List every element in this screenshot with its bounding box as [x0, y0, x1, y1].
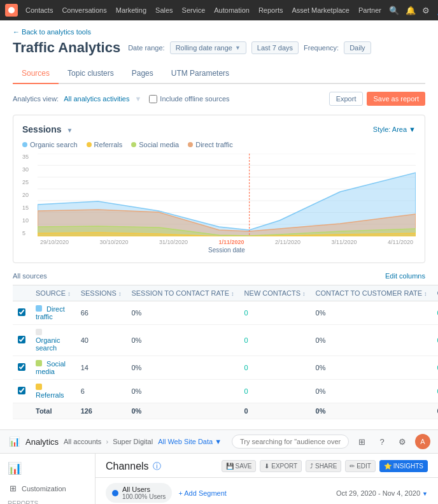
export-button-ga[interactable]: ⬇ EXPORT: [260, 460, 302, 472]
notifications-icon[interactable]: 🔔: [406, 6, 416, 15]
row-customers: 0: [432, 325, 438, 356]
back-to-analytics-link[interactable]: Back to analytics tools: [13, 28, 425, 36]
offline-sources-checkbox-label[interactable]: Include offline sources: [149, 95, 229, 103]
ga-header-actions: 💾 SAVE ⬇ EXPORT ⤴ SHARE ✏ EDIT ⭐ INSIGHT…: [222, 460, 428, 472]
legend-dot-organic: [22, 142, 27, 147]
source-color-indicator: [36, 360, 42, 366]
nav-partner[interactable]: Partner: [358, 6, 381, 14]
th-new-contacts[interactable]: NEW CONTACTS ↕: [239, 285, 311, 301]
segment-bar: All Users 100.00% Users + Add Segment Oc…: [95, 478, 438, 504]
row-checkbox-cell: [13, 301, 31, 325]
row-contact-customer: 0%: [311, 356, 432, 380]
row-new-contacts: 0: [239, 356, 311, 380]
ga-help-icon[interactable]: ?: [374, 434, 390, 449]
ga-logo: 📊: [8, 435, 20, 448]
edit-button[interactable]: ✏ EDIT: [345, 460, 376, 472]
save-button[interactable]: 💾 SAVE: [222, 460, 257, 472]
caret-icon: ▼: [66, 127, 73, 134]
dropdown-arrow-icon: ▼: [235, 45, 241, 51]
nav-service[interactable]: Service: [182, 6, 206, 14]
date-range-label: Date range:: [128, 44, 164, 52]
offline-sources-checkbox[interactable]: [149, 95, 157, 103]
nav-home[interactable]: ⊞ Customization: [0, 480, 95, 496]
nav-conversations[interactable]: Conversations: [62, 6, 106, 14]
chart-title[interactable]: Sessions ▼: [22, 124, 73, 134]
th-session-contact[interactable]: SESSION TO CONTACT RATE ↕: [126, 285, 239, 301]
edit-columns-button[interactable]: Edit columns: [385, 272, 425, 280]
info-icon[interactable]: ⓘ: [153, 461, 161, 472]
ga-sidebar-logo: 📊: [0, 459, 95, 480]
ga-main-header: Channels ⓘ 💾 SAVE ⬇ EXPORT ⤴ SHARE ✏ EDI…: [95, 454, 438, 478]
source-color-indicator: [36, 305, 42, 312]
nav-automation[interactable]: Automation: [214, 6, 250, 14]
top-navigation: Contacts Conversations Marketing Sales S…: [0, 0, 438, 20]
ga-search-input[interactable]: [232, 435, 349, 449]
tab-sources[interactable]: Sources: [13, 65, 59, 84]
save-as-report-button[interactable]: Save as report: [367, 92, 425, 106]
chart-x-labels: 29/10/2020 30/10/2020 31/10/2020 1/11/20…: [38, 239, 416, 245]
export-button[interactable]: Export: [329, 92, 364, 106]
total-new-contacts: 0: [239, 403, 311, 419]
row-customers: 0: [432, 356, 438, 380]
th-sessions[interactable]: SESSIONS ↕: [76, 285, 127, 301]
ga-breadcrumb: All accounts › Super Digital: [64, 438, 153, 445]
nav-sales[interactable]: Sales: [155, 6, 173, 14]
nav-contacts[interactable]: Contacts: [25, 6, 53, 14]
hubspot-logo[interactable]: [5, 4, 18, 17]
svg-point-0: [8, 7, 15, 13]
ga-user-avatar[interactable]: A: [415, 434, 430, 449]
tab-pages[interactable]: Pages: [123, 65, 162, 84]
analytics-view-value[interactable]: All analytics activities: [64, 95, 129, 103]
nav-marketing[interactable]: Marketing: [116, 6, 146, 14]
search-icon[interactable]: 🔍: [389, 6, 399, 15]
row-session-contact: 0%: [126, 301, 239, 325]
add-segment-button[interactable]: + Add Segment: [178, 489, 227, 497]
chart-y-labels: 35 30 25 20 15 10 5: [22, 154, 35, 236]
row-checkbox[interactable]: [18, 308, 25, 316]
nav-reports[interactable]: Reports: [258, 6, 283, 14]
ga-grid-icon[interactable]: ⊞: [354, 434, 369, 449]
row-source: Direct traffic: [31, 301, 76, 325]
row-source: Organic search: [31, 325, 76, 356]
source-link[interactable]: Organic search: [36, 336, 60, 352]
insights-button[interactable]: ⭐ INSIGHTS: [379, 460, 428, 472]
breadcrumb-all-accounts[interactable]: All accounts: [64, 438, 101, 445]
settings-icon[interactable]: ⚙: [422, 6, 430, 15]
row-new-contacts: 0: [239, 325, 311, 356]
row-checkbox[interactable]: [18, 336, 25, 343]
frequency-button[interactable]: Daily: [344, 41, 371, 54]
row-contact-customer: 0%: [311, 325, 432, 356]
all-users-segment[interactable]: All Users 100.00% Users: [106, 483, 172, 503]
chart-area: [38, 154, 416, 236]
row-customers: 0: [432, 380, 438, 403]
legend-social: Social media: [131, 141, 179, 148]
row-contact-customer: 0%: [311, 380, 432, 403]
date-range-button[interactable]: Rolling date range ▼: [170, 41, 246, 54]
nav-asset-marketplace[interactable]: Asset Marketplace: [292, 6, 349, 14]
total-customers: 0: [432, 403, 438, 419]
row-session-contact: 0%: [126, 380, 239, 403]
th-customers[interactable]: CUSTOMERS ↕: [432, 285, 438, 301]
analytics-toolbar: Analytics view: All analytics activities…: [13, 92, 425, 106]
date-range-display[interactable]: Oct 29, 2020 - Nov 4, 2020 ▼: [336, 489, 428, 497]
ga-settings-icon[interactable]: ⚙: [395, 434, 410, 449]
property-select[interactable]: All Web Site Data ▼: [158, 438, 222, 445]
row-checkbox[interactable]: [18, 387, 25, 394]
toolbar-right-buttons: Export Save as report: [329, 92, 425, 106]
header-controls: Date range: Rolling date range ▼ Last 7 …: [128, 41, 371, 54]
th-contact-customer[interactable]: CONTACT TO CUSTOMER RATE ↕: [311, 285, 432, 301]
ga-layout: 📊 ⊞ Customization REPORTS ◉ Realtime 👥 A…: [0, 454, 438, 504]
row-checkbox[interactable]: [18, 363, 25, 371]
breadcrumb-site[interactable]: Super Digital: [113, 438, 153, 445]
breadcrumb-separator: ›: [106, 438, 108, 445]
share-button[interactable]: ⤴ SHARE: [306, 460, 341, 472]
th-source[interactable]: SOURCE ↕: [31, 285, 76, 301]
row-checkbox-cell: [13, 380, 31, 403]
source-link[interactable]: Referrals: [36, 391, 64, 399]
tab-topic-clusters[interactable]: Topic clusters: [59, 65, 123, 84]
chart-style-value[interactable]: Area: [392, 126, 407, 133]
chart-plot-area: 29/10/2020 30/10/2020 31/10/2020 1/11/20…: [38, 154, 416, 254]
tab-utm-parameters[interactable]: UTM Parameters: [162, 65, 238, 84]
table-row: Direct traffic 66 0% 0 0% 0 80.3% 63 sec…: [13, 301, 438, 325]
last-days-button[interactable]: Last 7 days: [251, 41, 299, 54]
